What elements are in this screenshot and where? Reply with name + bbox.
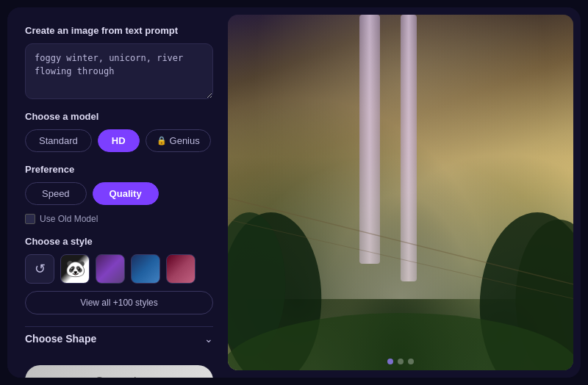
image-dots [387,359,414,364]
style-reset-button[interactable]: ↺ [25,254,54,284]
choose-shape-row[interactable]: Choose Shape ⌄ [25,326,213,350]
model-standard-button[interactable]: Standard [25,129,92,152]
image-panel [228,15,573,370]
genius-label: Genius [170,135,200,146]
model-section: Choose a model Standard HD 🔒 Genius [25,111,213,152]
generated-image [228,15,573,370]
model-title: Choose a model [25,111,213,122]
preference-section: Preference Speed Quality Use Old Model [25,164,213,224]
preference-title: Preference [25,164,213,175]
left-panel: Create an image from text prompt Choose … [7,7,228,378]
dot-1 [387,359,393,364]
view-all-styles-button[interactable]: View all +100 styles [25,291,213,314]
app-container: Create an image from text prompt Choose … [7,7,581,378]
dot-2 [398,359,404,364]
pref-buttons: Speed Quality [25,182,213,205]
lock-icon: 🔒 [157,136,167,145]
model-hd-button[interactable]: HD [98,129,140,152]
style-section: Choose a style ↺ 🐼 View all +100 styles [25,236,213,314]
pref-speed-button[interactable]: Speed [25,182,87,205]
old-model-checkbox[interactable] [25,214,35,224]
choose-shape-label: Choose Shape [25,333,96,345]
prompt-title: Create an image from text prompt [25,25,213,36]
pref-quality-button[interactable]: Quality [93,182,159,205]
old-model-label: Use Old Model [40,214,98,224]
generate-button[interactable]: Generate [25,365,213,378]
chevron-down-icon: ⌄ [204,333,213,345]
mist-overlay [228,152,573,299]
style-panda-thumb[interactable]: 🐼 [60,254,90,284]
dot-3 [408,359,414,364]
style-fantasy-thumb[interactable] [96,254,125,284]
style-portrait-thumb[interactable] [131,254,160,284]
style-thumbnails: ↺ 🐼 [25,254,213,284]
style-anime-thumb[interactable] [166,254,196,284]
prompt-input[interactable] [25,43,213,99]
model-buttons: Standard HD 🔒 Genius [25,129,213,152]
style-title: Choose a style [25,236,213,247]
old-model-row: Use Old Model [25,214,213,224]
model-genius-button[interactable]: 🔒 Genius [146,129,211,152]
prompt-section: Create an image from text prompt [25,25,213,99]
